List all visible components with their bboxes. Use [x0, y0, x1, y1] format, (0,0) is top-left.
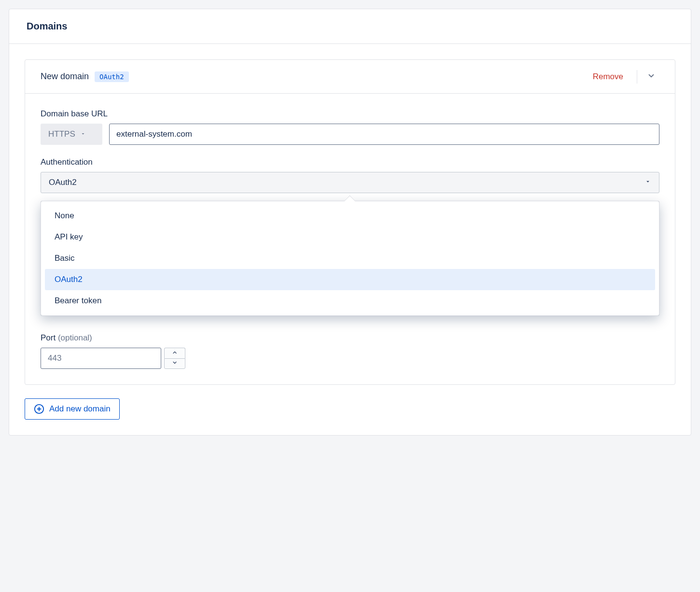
chevron-down-icon — [647, 71, 656, 82]
domain-url-input[interactable] — [109, 124, 659, 145]
panel-body: New domain OAuth2 Remove Domain base URL — [9, 44, 691, 435]
domain-card-header-left: New domain OAuth2 — [41, 71, 129, 82]
auth-option-bearer[interactable]: Bearer token — [45, 290, 655, 311]
separator — [637, 70, 637, 84]
authentication-label: Authentication — [41, 157, 659, 167]
remove-button[interactable]: Remove — [588, 70, 628, 84]
domain-title: New domain — [41, 71, 89, 82]
add-new-domain-button[interactable]: Add new domain — [25, 398, 120, 420]
auth-badge: OAuth2 — [95, 71, 129, 82]
field-port: Port (optional) — [41, 333, 659, 369]
port-label-optional: (optional) — [58, 333, 92, 342]
chevron-up-icon — [172, 350, 178, 357]
field-domain-url: Domain base URL HTTPS — [41, 109, 659, 145]
domain-card-body: Domain base URL HTTPS Authentication — [25, 94, 675, 384]
caret-down-icon — [644, 178, 651, 187]
authentication-dropdown: None API key Basic OAuth2 Bearer token — [41, 201, 659, 316]
domain-card-header-right: Remove — [588, 69, 659, 85]
add-new-domain-label: Add new domain — [49, 404, 111, 414]
domain-url-label: Domain base URL — [41, 109, 659, 119]
panel-header: Domains — [9, 9, 691, 44]
domain-card-header: New domain OAuth2 Remove — [25, 60, 675, 94]
collapse-toggle[interactable] — [643, 69, 659, 85]
port-label: Port (optional) — [41, 333, 659, 343]
port-label-text: Port — [41, 333, 58, 342]
domain-card: New domain OAuth2 Remove Domain base URL — [25, 59, 675, 385]
scheme-value: HTTPS — [48, 129, 75, 139]
page-title: Domains — [27, 21, 673, 32]
port-step-up[interactable] — [164, 348, 185, 358]
port-row — [41, 348, 659, 369]
port-stepper — [164, 348, 185, 369]
authentication-selected-value: OAuth2 — [49, 178, 77, 187]
field-authentication: Authentication OAuth2 None API key Basic — [41, 157, 659, 193]
auth-option-api-key[interactable]: API key — [45, 226, 655, 248]
auth-option-basic[interactable]: Basic — [45, 248, 655, 269]
domains-panel: Domains New domain OAuth2 Remove — [9, 9, 691, 436]
chevron-down-icon — [172, 360, 178, 367]
url-row: HTTPS — [41, 124, 659, 145]
caret-down-icon — [80, 129, 86, 139]
authentication-select[interactable]: OAuth2 — [41, 172, 659, 193]
auth-option-oauth2[interactable]: OAuth2 — [45, 269, 655, 290]
plus-circle-icon — [34, 404, 44, 414]
authentication-select-wrap: OAuth2 None API key Basic OAuth2 Bearer … — [41, 172, 659, 193]
port-input[interactable] — [41, 348, 161, 369]
scheme-select[interactable]: HTTPS — [41, 124, 102, 145]
auth-option-none[interactable]: None — [45, 205, 655, 226]
port-step-down[interactable] — [164, 358, 185, 369]
